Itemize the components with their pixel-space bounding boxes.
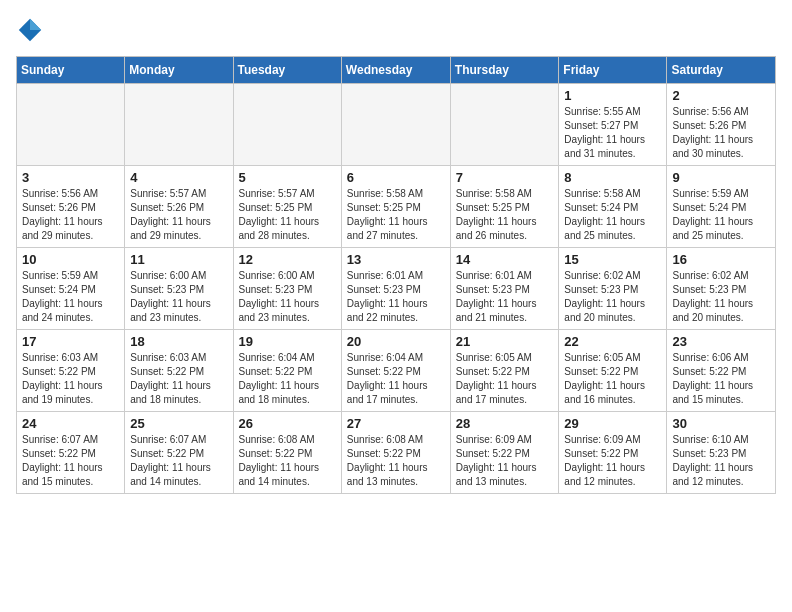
calendar-cell: 20Sunrise: 6:04 AM Sunset: 5:22 PM Dayli… (341, 330, 450, 412)
calendar-cell: 9Sunrise: 5:59 AM Sunset: 5:24 PM Daylig… (667, 166, 776, 248)
calendar-cell (125, 84, 233, 166)
day-info: Sunrise: 5:57 AM Sunset: 5:26 PM Dayligh… (130, 187, 227, 243)
calendar-cell: 25Sunrise: 6:07 AM Sunset: 5:22 PM Dayli… (125, 412, 233, 494)
calendar-cell: 26Sunrise: 6:08 AM Sunset: 5:22 PM Dayli… (233, 412, 341, 494)
day-number: 19 (239, 334, 336, 349)
calendar-cell: 16Sunrise: 6:02 AM Sunset: 5:23 PM Dayli… (667, 248, 776, 330)
day-info: Sunrise: 6:06 AM Sunset: 5:22 PM Dayligh… (672, 351, 770, 407)
day-number: 30 (672, 416, 770, 431)
day-info: Sunrise: 6:00 AM Sunset: 5:23 PM Dayligh… (130, 269, 227, 325)
day-number: 22 (564, 334, 661, 349)
day-info: Sunrise: 5:57 AM Sunset: 5:25 PM Dayligh… (239, 187, 336, 243)
day-number: 24 (22, 416, 119, 431)
calendar-cell: 19Sunrise: 6:04 AM Sunset: 5:22 PM Dayli… (233, 330, 341, 412)
day-number: 14 (456, 252, 554, 267)
day-number: 10 (22, 252, 119, 267)
calendar-table: SundayMondayTuesdayWednesdayThursdayFrid… (16, 56, 776, 494)
day-info: Sunrise: 6:08 AM Sunset: 5:22 PM Dayligh… (239, 433, 336, 489)
calendar-cell: 15Sunrise: 6:02 AM Sunset: 5:23 PM Dayli… (559, 248, 667, 330)
day-info: Sunrise: 6:09 AM Sunset: 5:22 PM Dayligh… (564, 433, 661, 489)
calendar-cell: 10Sunrise: 5:59 AM Sunset: 5:24 PM Dayli… (17, 248, 125, 330)
day-info: Sunrise: 6:10 AM Sunset: 5:23 PM Dayligh… (672, 433, 770, 489)
calendar-cell: 11Sunrise: 6:00 AM Sunset: 5:23 PM Dayli… (125, 248, 233, 330)
day-number: 4 (130, 170, 227, 185)
calendar-cell: 17Sunrise: 6:03 AM Sunset: 5:22 PM Dayli… (17, 330, 125, 412)
calendar-week-row: 24Sunrise: 6:07 AM Sunset: 5:22 PM Dayli… (17, 412, 776, 494)
calendar-week-row: 1Sunrise: 5:55 AM Sunset: 5:27 PM Daylig… (17, 84, 776, 166)
day-number: 7 (456, 170, 554, 185)
day-number: 11 (130, 252, 227, 267)
day-number: 3 (22, 170, 119, 185)
calendar-week-row: 17Sunrise: 6:03 AM Sunset: 5:22 PM Dayli… (17, 330, 776, 412)
day-info: Sunrise: 6:08 AM Sunset: 5:22 PM Dayligh… (347, 433, 445, 489)
day-info: Sunrise: 6:03 AM Sunset: 5:22 PM Dayligh… (130, 351, 227, 407)
calendar-cell: 8Sunrise: 5:58 AM Sunset: 5:24 PM Daylig… (559, 166, 667, 248)
day-info: Sunrise: 6:05 AM Sunset: 5:22 PM Dayligh… (456, 351, 554, 407)
logo (16, 16, 48, 44)
calendar-cell: 6Sunrise: 5:58 AM Sunset: 5:25 PM Daylig… (341, 166, 450, 248)
calendar-cell: 30Sunrise: 6:10 AM Sunset: 5:23 PM Dayli… (667, 412, 776, 494)
calendar-week-row: 3Sunrise: 5:56 AM Sunset: 5:26 PM Daylig… (17, 166, 776, 248)
day-info: Sunrise: 5:58 AM Sunset: 5:25 PM Dayligh… (347, 187, 445, 243)
calendar-cell: 1Sunrise: 5:55 AM Sunset: 5:27 PM Daylig… (559, 84, 667, 166)
day-number: 2 (672, 88, 770, 103)
calendar-cell: 29Sunrise: 6:09 AM Sunset: 5:22 PM Dayli… (559, 412, 667, 494)
day-number: 6 (347, 170, 445, 185)
calendar-cell (233, 84, 341, 166)
svg-marker-1 (30, 19, 41, 30)
day-info: Sunrise: 6:09 AM Sunset: 5:22 PM Dayligh… (456, 433, 554, 489)
calendar-cell: 12Sunrise: 6:00 AM Sunset: 5:23 PM Dayli… (233, 248, 341, 330)
calendar-cell: 27Sunrise: 6:08 AM Sunset: 5:22 PM Dayli… (341, 412, 450, 494)
calendar-cell: 7Sunrise: 5:58 AM Sunset: 5:25 PM Daylig… (450, 166, 559, 248)
day-number: 29 (564, 416, 661, 431)
day-number: 5 (239, 170, 336, 185)
day-info: Sunrise: 5:56 AM Sunset: 5:26 PM Dayligh… (672, 105, 770, 161)
calendar-cell: 4Sunrise: 5:57 AM Sunset: 5:26 PM Daylig… (125, 166, 233, 248)
weekday-header: Wednesday (341, 57, 450, 84)
day-number: 23 (672, 334, 770, 349)
calendar-cell (341, 84, 450, 166)
calendar-cell: 18Sunrise: 6:03 AM Sunset: 5:22 PM Dayli… (125, 330, 233, 412)
day-number: 27 (347, 416, 445, 431)
day-info: Sunrise: 6:04 AM Sunset: 5:22 PM Dayligh… (239, 351, 336, 407)
weekday-header: Sunday (17, 57, 125, 84)
day-number: 9 (672, 170, 770, 185)
day-info: Sunrise: 6:05 AM Sunset: 5:22 PM Dayligh… (564, 351, 661, 407)
day-number: 15 (564, 252, 661, 267)
day-number: 18 (130, 334, 227, 349)
day-number: 8 (564, 170, 661, 185)
weekday-header: Saturday (667, 57, 776, 84)
day-info: Sunrise: 6:02 AM Sunset: 5:23 PM Dayligh… (564, 269, 661, 325)
day-info: Sunrise: 6:01 AM Sunset: 5:23 PM Dayligh… (456, 269, 554, 325)
weekday-header: Tuesday (233, 57, 341, 84)
day-info: Sunrise: 6:03 AM Sunset: 5:22 PM Dayligh… (22, 351, 119, 407)
day-info: Sunrise: 5:59 AM Sunset: 5:24 PM Dayligh… (672, 187, 770, 243)
day-info: Sunrise: 5:55 AM Sunset: 5:27 PM Dayligh… (564, 105, 661, 161)
day-number: 21 (456, 334, 554, 349)
calendar-cell (450, 84, 559, 166)
weekday-header: Monday (125, 57, 233, 84)
day-number: 13 (347, 252, 445, 267)
day-number: 17 (22, 334, 119, 349)
calendar-cell: 23Sunrise: 6:06 AM Sunset: 5:22 PM Dayli… (667, 330, 776, 412)
day-info: Sunrise: 5:58 AM Sunset: 5:24 PM Dayligh… (564, 187, 661, 243)
calendar-cell: 28Sunrise: 6:09 AM Sunset: 5:22 PM Dayli… (450, 412, 559, 494)
day-number: 25 (130, 416, 227, 431)
page-header (16, 16, 776, 44)
day-info: Sunrise: 5:59 AM Sunset: 5:24 PM Dayligh… (22, 269, 119, 325)
day-number: 12 (239, 252, 336, 267)
calendar-week-row: 10Sunrise: 5:59 AM Sunset: 5:24 PM Dayli… (17, 248, 776, 330)
calendar-cell: 2Sunrise: 5:56 AM Sunset: 5:26 PM Daylig… (667, 84, 776, 166)
day-number: 28 (456, 416, 554, 431)
weekday-header: Thursday (450, 57, 559, 84)
day-number: 16 (672, 252, 770, 267)
day-info: Sunrise: 5:56 AM Sunset: 5:26 PM Dayligh… (22, 187, 119, 243)
day-info: Sunrise: 6:07 AM Sunset: 5:22 PM Dayligh… (22, 433, 119, 489)
weekday-header: Friday (559, 57, 667, 84)
day-info: Sunrise: 6:00 AM Sunset: 5:23 PM Dayligh… (239, 269, 336, 325)
calendar-cell: 14Sunrise: 6:01 AM Sunset: 5:23 PM Dayli… (450, 248, 559, 330)
day-info: Sunrise: 5:58 AM Sunset: 5:25 PM Dayligh… (456, 187, 554, 243)
day-info: Sunrise: 6:04 AM Sunset: 5:22 PM Dayligh… (347, 351, 445, 407)
day-number: 20 (347, 334, 445, 349)
calendar-cell: 21Sunrise: 6:05 AM Sunset: 5:22 PM Dayli… (450, 330, 559, 412)
